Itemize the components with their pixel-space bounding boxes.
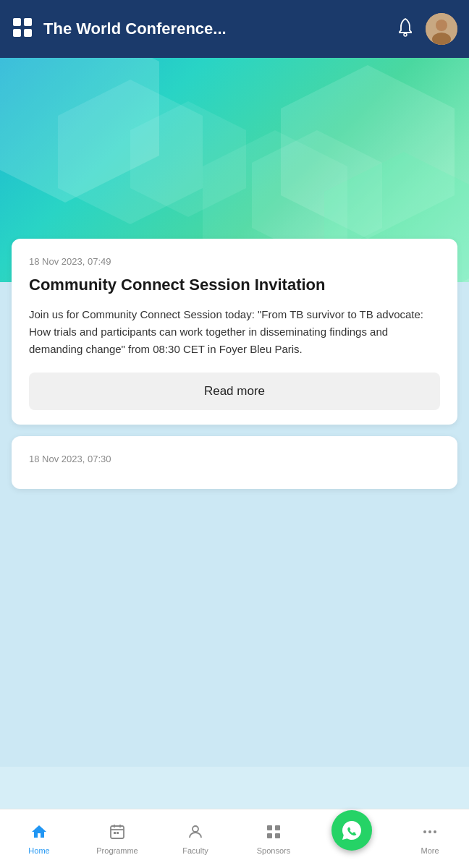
svg-rect-1 [13,29,21,37]
nav-label-sponsors: Sponsors [257,846,290,855]
svg-point-6 [436,20,447,31]
card-2-timestamp: 18 Nov 2023, 07:30 [29,454,440,464]
card-1-title: Community Connect Session Invitation [29,274,440,296]
svg-rect-12 [114,832,116,834]
svg-rect-16 [275,825,280,830]
calendar-icon [109,823,126,843]
svg-rect-15 [267,825,272,830]
nav-item-more[interactable]: More [391,817,469,861]
nav-item-sponsors[interactable]: Sponsors [234,817,313,861]
more-icon [421,823,439,843]
svg-rect-17 [267,833,272,838]
svg-point-14 [193,826,198,832]
svg-point-21 [434,830,436,833]
svg-point-19 [423,830,426,833]
read-more-button[interactable]: Read more [29,373,440,410]
card-1-body: Join us for Community Connect Session to… [29,306,440,358]
notification-card-2: 18 Nov 2023, 07:30 [12,436,457,489]
person-icon [187,823,204,843]
nav-label-programme: Programme [96,846,138,855]
content-area: 18 Nov 2023, 07:49 Community Connect Ses… [0,239,469,767]
svg-rect-18 [275,833,280,838]
svg-rect-2 [24,18,32,26]
grid-nav-icon [265,823,282,843]
app-header: The World Conference... [0,0,469,58]
bell-icon[interactable] [395,17,415,41]
bottom-navigation: Home Programme Faculty [0,809,469,868]
nav-label-faculty: Faculty [182,846,208,855]
grid-icon[interactable] [12,17,33,41]
svg-rect-13 [117,832,119,834]
whatsapp-fab[interactable] [331,810,372,851]
svg-rect-0 [13,18,21,26]
user-avatar[interactable] [426,13,457,45]
nav-item-programme[interactable]: Programme [78,817,156,861]
card-1-timestamp: 18 Nov 2023, 07:49 [29,256,440,267]
whatsapp-button[interactable] [313,804,391,859]
nav-label-home: Home [28,846,49,855]
svg-point-4 [404,33,407,36]
svg-rect-3 [24,29,32,37]
notification-card-1: 18 Nov 2023, 07:49 Community Connect Ses… [12,239,457,425]
nav-item-home[interactable]: Home [0,817,78,861]
nav-label-more: More [421,846,439,855]
svg-point-20 [428,830,431,833]
nav-item-faculty[interactable]: Faculty [156,817,234,861]
app-title: The World Conference... [43,19,385,40]
home-icon [30,823,48,843]
